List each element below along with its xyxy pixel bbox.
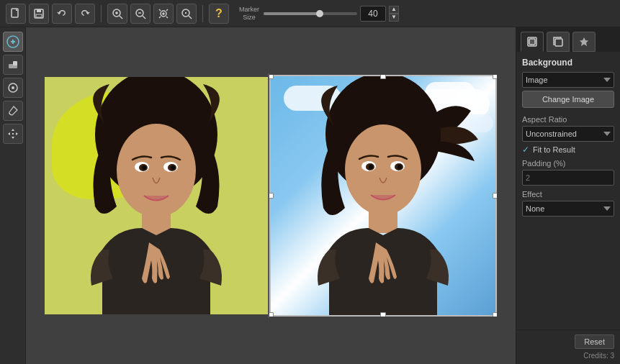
svg-marker-30 — [16, 132, 18, 135]
slider-fill — [264, 12, 320, 15]
svg-point-39 — [142, 165, 146, 170]
right-image-svg — [269, 75, 497, 317]
tab-star[interactable] — [572, 32, 596, 52]
marker-size-group: Marker Size 40 ▲ ▼ — [238, 6, 399, 22]
canvas-area[interactable] — [26, 27, 516, 364]
svg-rect-43 — [369, 209, 397, 233]
svg-line-16 — [166, 17, 168, 18]
marker-size-slider-container — [264, 12, 357, 15]
brush-tool-button[interactable] — [3, 101, 23, 121]
separator-1 — [101, 5, 102, 22]
undo-button[interactable] — [52, 4, 72, 24]
marker-size-down[interactable]: ▼ — [389, 14, 399, 22]
separator-2 — [202, 5, 203, 22]
svg-line-14 — [166, 9, 168, 11]
svg-point-12 — [163, 13, 164, 14]
zoom-fit-button[interactable] — [153, 4, 174, 24]
svg-point-49 — [397, 165, 402, 169]
new-file-button[interactable] — [6, 4, 26, 24]
svg-line-13 — [159, 9, 161, 11]
svg-point-40 — [171, 165, 175, 170]
svg-point-42 — [345, 124, 421, 215]
svg-rect-24 — [13, 61, 17, 65]
svg-line-15 — [159, 17, 161, 18]
svg-point-33 — [117, 124, 196, 217]
background-section-title: Background — [522, 58, 614, 68]
svg-point-26 — [12, 86, 14, 89]
left-image-panel — [45, 77, 268, 314]
svg-rect-52 — [555, 39, 562, 46]
images-container — [45, 73, 497, 318]
aspect-ratio-label: Aspect Ratio — [522, 115, 614, 124]
marker-size-slider[interactable] — [264, 12, 357, 15]
aspect-ratio-select[interactable]: Unconstrained Original 16:9 4:3 1:1 — [522, 126, 614, 142]
erase-tool-button[interactable] — [3, 55, 23, 75]
right-panel: Background Image Color Transparent Chang… — [516, 27, 620, 364]
save-button[interactable] — [29, 4, 49, 24]
svg-marker-53 — [580, 37, 588, 46]
marker-size-up[interactable]: ▲ — [389, 6, 399, 14]
svg-line-18 — [189, 16, 192, 19]
effect-select[interactable]: None Blur Fade — [522, 201, 614, 217]
svg-rect-51 — [529, 39, 535, 45]
change-image-button[interactable]: Change Image — [522, 91, 614, 108]
redo-button[interactable] — [75, 4, 95, 24]
add-tool-button[interactable] — [3, 32, 23, 52]
help-icon: ? — [215, 7, 223, 20]
svg-rect-31 — [12, 133, 14, 135]
marker-size-label: Marker Size — [238, 6, 261, 22]
svg-marker-28 — [12, 137, 14, 139]
reset-button[interactable]: Reset — [575, 335, 614, 349]
background-type-select[interactable]: Image Color Transparent — [522, 72, 614, 88]
zoom-out-button[interactable] — [130, 4, 150, 24]
left-image-background — [45, 77, 268, 314]
tab-copy[interactable] — [547, 32, 570, 52]
padding-label: Padding (%) — [522, 159, 614, 168]
svg-marker-29 — [8, 132, 10, 135]
panel-tabs — [516, 27, 620, 52]
marker-size-spinners: ▲ ▼ — [389, 6, 399, 22]
fit-to-result-label: Fit to Result — [533, 145, 575, 154]
svg-rect-3 — [36, 14, 42, 17]
svg-rect-2 — [37, 9, 41, 12]
panel-content: Background Image Color Transparent Chang… — [516, 52, 620, 329]
left-image-svg — [45, 77, 268, 314]
svg-point-48 — [369, 165, 373, 169]
right-image-background — [269, 75, 497, 317]
magic-wand-button[interactable] — [3, 78, 23, 98]
effect-label: Effect — [522, 190, 614, 199]
top-toolbar: ? Marker Size 40 ▲ ▼ — [0, 0, 620, 27]
left-toolbar — [0, 27, 26, 364]
move-tool-button[interactable] — [3, 124, 23, 144]
padding-input[interactable]: 2 — [522, 170, 614, 186]
zoom-in-button[interactable] — [107, 4, 127, 24]
zoom-100-button[interactable] — [176, 4, 197, 24]
svg-marker-27 — [12, 129, 14, 131]
right-image-panel — [269, 75, 497, 317]
marker-size-input[interactable]: 40 — [360, 6, 386, 22]
panel-footer: Reset Credits: 3 — [516, 329, 620, 364]
svg-line-9 — [143, 16, 145, 19]
slider-thumb[interactable] — [316, 10, 323, 17]
fit-to-result-row: ✓ Fit to Result — [522, 145, 614, 155]
fit-to-result-check: ✓ — [522, 145, 529, 155]
credits-text: Credits: 3 — [583, 352, 614, 360]
svg-line-5 — [120, 16, 122, 19]
tab-layers[interactable] — [521, 32, 544, 52]
help-button[interactable]: ? — [209, 4, 229, 24]
main-area: Background Image Color Transparent Chang… — [0, 27, 620, 364]
